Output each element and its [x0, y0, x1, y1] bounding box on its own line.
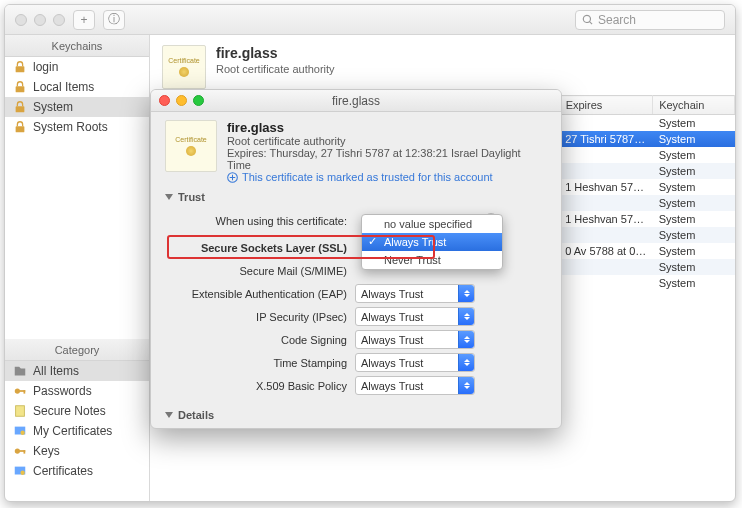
- cell-keychain: System: [653, 131, 735, 147]
- sidebar-category-item[interactable]: Passwords: [5, 381, 149, 401]
- certificate-icon: Certificate: [162, 45, 206, 89]
- trust-dropdown-menu[interactable]: no value specifiedAlways TrustNever Trus…: [361, 214, 503, 270]
- sidebar-category-item[interactable]: Secure Notes: [5, 401, 149, 421]
- window-controls: [15, 14, 65, 26]
- trust-select[interactable]: Always Trust: [355, 284, 475, 303]
- cell-keychain: System: [653, 179, 735, 195]
- cell-keychain: System: [653, 163, 735, 179]
- cert-name: fire.glass: [216, 45, 335, 61]
- sidebar-category-item[interactable]: All Items: [5, 361, 149, 381]
- lock-icon: [13, 60, 27, 74]
- key-icon: [13, 444, 27, 458]
- cell-expires: [559, 259, 653, 275]
- sidebar-keychain-item[interactable]: Local Items: [5, 77, 149, 97]
- certificate-dialog: fire.glass Certificate fire.glass Root c…: [150, 89, 562, 429]
- sidebar-item-label: Passwords: [33, 384, 92, 398]
- sidebar-category-item[interactable]: Certificates: [5, 461, 149, 481]
- svg-point-14: [20, 471, 24, 475]
- sidebar-category-item[interactable]: My Certificates: [5, 421, 149, 441]
- trust-select-value: Always Trust: [361, 311, 423, 323]
- cell-keychain: System: [653, 211, 735, 227]
- trust-section-header[interactable]: Trust: [165, 191, 547, 203]
- dialog-titlebar: fire.glass: [151, 90, 561, 112]
- trust-select[interactable]: Always Trust: [355, 330, 475, 349]
- sidebar-keychain-item[interactable]: System Roots: [5, 117, 149, 137]
- search-placeholder: Search: [598, 13, 636, 27]
- add-button[interactable]: +: [73, 10, 95, 30]
- main-titlebar: + ⓘ Search: [5, 5, 735, 35]
- dialog-close-icon[interactable]: [159, 95, 170, 106]
- trust-row-label: Secure Mail (S/MIME): [165, 265, 355, 277]
- cell-expires: [559, 275, 653, 291]
- cell-expires: [559, 195, 653, 211]
- category-header: Category: [5, 339, 149, 361]
- cell-expires: [559, 115, 653, 132]
- minimize-window-icon[interactable]: [34, 14, 46, 26]
- sidebar-item-label: System: [33, 100, 73, 114]
- trust-row-label: IP Security (IPsec): [165, 311, 355, 323]
- all-icon: [13, 364, 27, 378]
- trust-select-value: Always Trust: [361, 357, 423, 369]
- disclosure-down-icon: [165, 194, 173, 200]
- trust-select[interactable]: Always Trust: [355, 307, 475, 326]
- trust-select-value: Always Trust: [361, 334, 423, 346]
- trust-row-label: Secure Sockets Layer (SSL): [165, 242, 355, 254]
- svg-point-9: [20, 431, 24, 435]
- detail-banner: Certificate fire.glass Root certificate …: [150, 35, 735, 89]
- info-button[interactable]: ⓘ: [103, 10, 125, 30]
- trust-select[interactable]: Always Trust: [355, 353, 475, 372]
- cell-expires: 27 Tishri 5787 at 12:38:21: [559, 131, 653, 147]
- sidebar-item-label: Certificates: [33, 464, 93, 478]
- dialog-cert-trusted: This certificate is marked as trusted fo…: [227, 171, 547, 183]
- svg-rect-1: [16, 86, 25, 92]
- dialog-zoom-icon[interactable]: [193, 95, 204, 106]
- sidebar-item-label: login: [33, 60, 58, 74]
- dropdown-option[interactable]: Always Trust: [362, 233, 502, 251]
- lock-icon: [13, 100, 27, 114]
- sidebar-item-label: Keys: [33, 444, 60, 458]
- dialog-cert-authority: Root certificate authority: [227, 135, 547, 147]
- dialog-title: fire.glass: [332, 94, 380, 108]
- sidebar-keychain-item[interactable]: System: [5, 97, 149, 117]
- svg-rect-3: [16, 126, 25, 132]
- cell-expires: [559, 147, 653, 163]
- search-icon: [582, 14, 594, 26]
- sidebar-category-item[interactable]: Keys: [5, 441, 149, 461]
- details-section-header[interactable]: Details: [165, 409, 547, 421]
- zoom-window-icon[interactable]: [53, 14, 65, 26]
- dialog-cert-expires: Expires: Thursday, 27 Tishri 5787 at 12:…: [227, 147, 547, 171]
- svg-rect-6: [24, 390, 26, 394]
- trust-select[interactable]: Always Trust: [355, 376, 475, 395]
- cell-expires: [559, 163, 653, 179]
- cell-expires: 1 Heshvan 5798 at 13:01...: [559, 179, 653, 195]
- search-input[interactable]: Search: [575, 10, 725, 30]
- dialog-certificate-icon: Certificate: [165, 120, 217, 172]
- sidebar-keychain-item[interactable]: login: [5, 57, 149, 77]
- sidebar: Keychains loginLocal ItemsSystemSystem R…: [5, 35, 150, 501]
- dropdown-option[interactable]: Never Trust: [362, 251, 502, 269]
- svg-rect-7: [16, 406, 25, 417]
- cell-keychain: System: [653, 147, 735, 163]
- dialog-cert-name: fire.glass: [227, 120, 547, 135]
- cell-keychain: System: [653, 275, 735, 291]
- sidebar-item-label: My Certificates: [33, 424, 112, 438]
- sidebar-item-label: Secure Notes: [33, 404, 106, 418]
- subject-name-header: Subject Name: [165, 427, 295, 428]
- keychains-header: Keychains: [5, 35, 149, 57]
- trust-lead-label: When using this certificate:: [165, 215, 355, 227]
- cert-icon: [13, 464, 27, 478]
- sidebar-item-label: System Roots: [33, 120, 108, 134]
- plus-badge-icon: [227, 172, 238, 183]
- svg-rect-0: [16, 66, 25, 72]
- trust-row-label: Time Stamping: [165, 357, 355, 369]
- keychain-access-window: + ⓘ Search Keychains loginLocal ItemsSys…: [4, 4, 736, 502]
- trust-row-label: Code Signing: [165, 334, 355, 346]
- close-window-icon[interactable]: [15, 14, 27, 26]
- dialog-minimize-icon[interactable]: [176, 95, 187, 106]
- dropdown-option[interactable]: no value specified: [362, 215, 502, 233]
- note-icon: [13, 404, 27, 418]
- sidebar-item-label: All Items: [33, 364, 79, 378]
- cert-icon: [13, 424, 27, 438]
- col-expires[interactable]: Expires: [559, 96, 653, 115]
- col-keychain[interactable]: Keychain: [653, 96, 735, 115]
